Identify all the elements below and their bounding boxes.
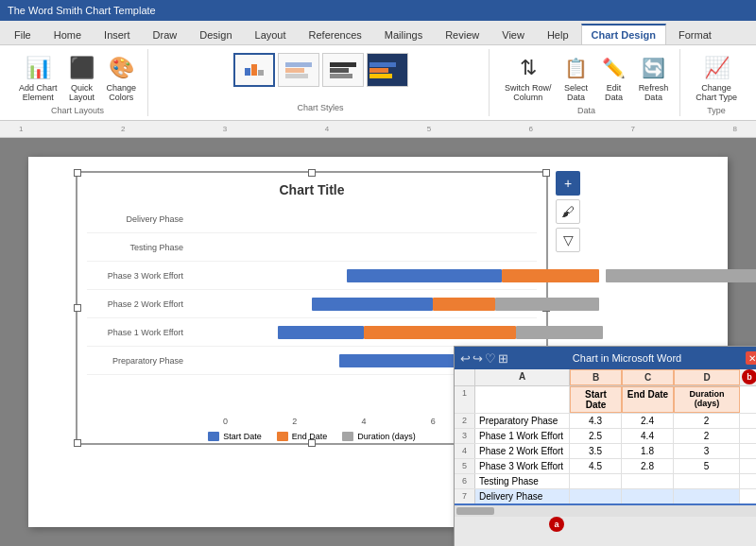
handle-middle-left[interactable]	[74, 304, 81, 312]
refresh-data-button[interactable]: 🔄 Refresh Data	[635, 53, 673, 104]
cell-1-c[interactable]: End Date	[622, 386, 674, 413]
cell-3-b[interactable]: 2.5	[570, 429, 622, 443]
tab-insert[interactable]: Insert	[94, 25, 141, 44]
legend-box-gray	[342, 432, 353, 441]
chart-style-1[interactable]	[233, 53, 275, 87]
cell-2-c[interactable]: 2.4	[622, 414, 674, 428]
tab-home[interactable]: Home	[43, 25, 92, 44]
cell-7-d[interactable]	[674, 489, 740, 503]
col-a-header[interactable]: A	[475, 369, 570, 385]
cell-4-c[interactable]: 1.8	[622, 444, 674, 458]
chart-filter-tool-button[interactable]: ▽	[556, 228, 580, 252]
gantt-bars-phase1	[191, 318, 537, 346]
col-c-header[interactable]: C	[622, 369, 674, 385]
cell-5-d[interactable]: 5	[674, 459, 740, 473]
spreadsheet-window: ↩ ↪ ♡ ⊞ Chart in Microsoft Word ✕ A B C …	[454, 346, 756, 546]
change-colors-button[interactable]: 🎨 Change Colors	[103, 53, 141, 104]
cell-5-b[interactable]: 4.5	[570, 459, 622, 473]
gantt-row-phase3: Phase 3 Work Effort	[87, 262, 537, 290]
title-bar: The Word Smith Chart Template	[0, 0, 756, 21]
handle-top-right[interactable]	[542, 169, 550, 177]
change-colors-icon: 🎨	[108, 55, 134, 81]
tab-review[interactable]: Review	[435, 25, 490, 44]
cell-7-b[interactable]	[570, 489, 622, 503]
spreadsheet-scrollbar[interactable]	[455, 505, 756, 517]
col-b-header[interactable]: B	[570, 369, 622, 385]
tab-mailings[interactable]: Mailings	[374, 25, 433, 44]
add-element-tool-button[interactable]: +	[556, 171, 580, 196]
heart-icon[interactable]: ♡	[485, 351, 496, 366]
cell-7-a[interactable]: Delivery Phase	[475, 489, 570, 503]
select-data-button[interactable]: 📋 Select Data	[559, 53, 593, 104]
cell-1-a[interactable]	[475, 386, 570, 413]
cell-2-d[interactable]: 2	[674, 414, 740, 428]
tab-chart-design[interactable]: Chart Design	[581, 24, 666, 44]
data-group: ⇅ Switch Row/ Column 📋 Select Data ✏️ Ed…	[493, 49, 680, 116]
ss-row-3: 3 Phase 1 Work Effort 2.5 4.4 2	[455, 429, 756, 444]
cell-3-c[interactable]: 4.4	[622, 429, 674, 443]
cell-7-c[interactable]	[622, 489, 674, 503]
scrollbar-thumb[interactable]	[456, 507, 494, 515]
chart-title[interactable]: Chart Title	[87, 182, 537, 197]
title-text: The Word Smith Chart Template	[8, 5, 156, 16]
cell-4-d[interactable]: 3	[674, 444, 740, 458]
cell-2-b[interactable]: 4.3	[570, 414, 622, 428]
tab-references[interactable]: References	[299, 25, 372, 44]
switch-row-column-button[interactable]: ⇅ Switch Row/ Column	[501, 53, 556, 104]
row-num-col-header	[455, 369, 475, 385]
cell-1-b[interactable]: Start Date	[570, 386, 622, 413]
cell-6-c[interactable]	[622, 474, 674, 488]
gantt-label-testing: Testing Phase	[87, 243, 191, 252]
handle-bottom-left[interactable]	[74, 439, 81, 447]
cell-3-d[interactable]: 2	[674, 429, 740, 443]
redo-icon[interactable]: ↪	[472, 351, 483, 366]
change-chart-type-button[interactable]: 📈 Change Chart Type	[692, 53, 741, 104]
handle-top-middle[interactable]	[308, 169, 316, 177]
cell-6-d[interactable]	[674, 474, 740, 488]
chart-style-tool-button[interactable]: 🖌	[556, 199, 580, 224]
spreadsheet-grid: A B C D b 1 Start Date End Date Duration…	[455, 369, 756, 505]
ruler: 12345 678	[0, 121, 756, 138]
quick-layout-button[interactable]: ⬛ Quick Layout	[65, 53, 99, 104]
bar-phase3-gray	[606, 269, 756, 282]
legend-label-end: End Date	[292, 432, 328, 441]
cell-6-b[interactable]	[570, 474, 622, 488]
close-button[interactable]: ✕	[746, 351, 756, 365]
chart-style-2[interactable]	[278, 53, 319, 87]
x-tick-4: 4	[329, 417, 398, 426]
cell-4-a[interactable]: Phase 2 Work Effort	[475, 444, 570, 458]
spreadsheet-titlebar: ↩ ↪ ♡ ⊞ Chart in Microsoft Word ✕	[455, 347, 756, 369]
edit-data-button[interactable]: ✏️ Edit Data	[597, 53, 631, 104]
undo-icon[interactable]: ↩	[460, 351, 471, 366]
tab-help[interactable]: Help	[537, 25, 579, 44]
cell-3-a[interactable]: Phase 1 Work Effort	[475, 429, 570, 443]
circle-b-label: b	[742, 369, 756, 384]
row-1-num: 1	[455, 386, 475, 413]
x-tick-2: 2	[260, 417, 329, 426]
cell-1-d[interactable]: Duration (days)	[674, 386, 740, 413]
handle-top-left[interactable]	[74, 169, 81, 177]
select-data-icon: 📋	[563, 55, 590, 81]
tab-file[interactable]: File	[4, 25, 42, 44]
tab-format[interactable]: Format	[668, 25, 722, 44]
cell-5-a[interactable]: Phase 3 Work Effort	[475, 459, 570, 473]
cell-2-a[interactable]: Preparatory Phase	[475, 414, 570, 428]
cell-4-b[interactable]: 3.5	[570, 444, 622, 458]
cell-5-c[interactable]: 2.8	[622, 459, 674, 473]
quick-layout-icon: ⬛	[69, 55, 95, 81]
cell-6-a[interactable]: Testing Phase	[475, 474, 570, 488]
ss-row-5: 5 Phase 3 Work Effort 4.5 2.8 5	[455, 459, 756, 474]
grid-icon[interactable]: ⊞	[498, 351, 508, 366]
circle-a-label: a	[549, 517, 564, 532]
chart-style-4[interactable]	[367, 53, 408, 87]
ss-row-1: 1 Start Date End Date Duration (days)	[455, 386, 756, 414]
tab-draw[interactable]: Draw	[143, 25, 188, 44]
tab-view[interactable]: View	[491, 25, 535, 44]
tab-design[interactable]: Design	[189, 25, 242, 44]
tab-layout[interactable]: Layout	[245, 25, 297, 44]
chart-style-3[interactable]	[322, 53, 364, 87]
add-chart-element-button[interactable]: 📊 Add Chart Element	[15, 53, 61, 104]
document-area: Chart Title Delivery Phase Testing Phase…	[0, 138, 756, 546]
col-d-header[interactable]: D	[674, 369, 740, 385]
gantt-bars-phase2	[191, 290, 537, 317]
